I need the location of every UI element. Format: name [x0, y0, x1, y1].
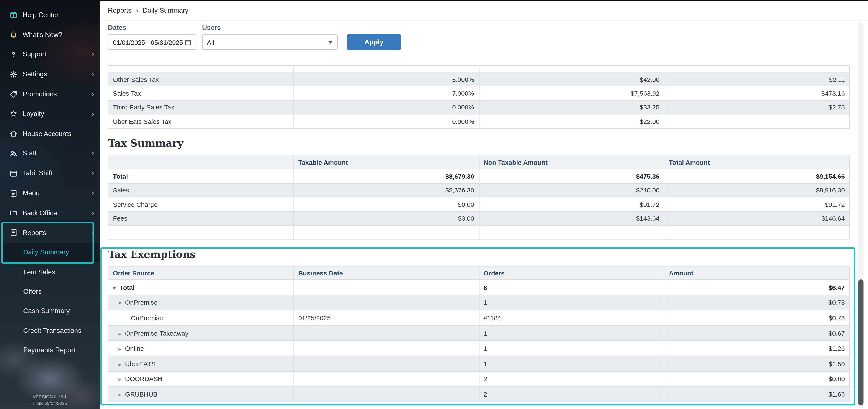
column-header: Order Source — [108, 266, 293, 279]
table-cell: $0.00 — [293, 197, 479, 211]
column-header — [108, 155, 293, 169]
table-cell: 5.000% — [293, 72, 479, 86]
row-label-cell: Service Charge — [108, 197, 293, 211]
chevron-right-icon: › — [91, 189, 94, 197]
table-row: Total$8,679.30$475.36$9,154.66 — [108, 169, 849, 183]
sidebar-item-item-sales[interactable]: Item Sales — [0, 262, 100, 282]
apply-button[interactable]: Apply — [347, 34, 401, 50]
sidebar-item-daily-summary[interactable]: Daily Summary — [0, 243, 100, 262]
sidebar-item-back-office[interactable]: Back Office› — [0, 203, 100, 223]
chevron-right-icon: › — [91, 150, 94, 158]
breadcrumb-separator-icon: › — [136, 6, 138, 14]
menu-book-icon — [9, 189, 18, 198]
amount-cell: $1.66 — [664, 386, 849, 402]
sidebar-item-menu[interactable]: Menu› — [0, 183, 100, 203]
orders-cell: 1 — [479, 356, 664, 371]
chevron-right-icon: › — [91, 209, 94, 217]
version-text: VERSION 8.18.1 — [0, 394, 100, 400]
folder-icon — [9, 208, 18, 217]
table-row: Service Charge$0.00$91.72$91.72 — [108, 197, 849, 211]
breadcrumb-reports-link[interactable]: Reports — [108, 6, 132, 14]
table-cell — [664, 114, 849, 128]
caret-right-icon[interactable]: ▸ — [118, 346, 125, 352]
sidebar-item-label: Promotions — [23, 90, 91, 98]
caret-right-icon[interactable]: ▸ — [118, 391, 125, 398]
business-date-cell — [293, 295, 479, 310]
table-cell: $2.75 — [664, 100, 849, 114]
order-source-cell: ▸GRUBHUB — [108, 386, 293, 402]
table-cell: Uber Eats Sales Tax — [108, 114, 293, 128]
table-row: ▸GRUBHUB2$1.66 — [108, 386, 849, 402]
table-cell: $2.11 — [664, 72, 849, 86]
calendar-icon — [184, 38, 191, 45]
app-window: Help CenterWhat's New?Support›Settings›P… — [0, 0, 868, 409]
sidebar-item-staff[interactable]: Staff› — [0, 144, 100, 163]
scrollbar-thumb[interactable] — [858, 279, 864, 405]
table-cell: 0.000% — [293, 100, 479, 114]
sidebar-item-help-center[interactable]: Help Center — [0, 5, 100, 25]
date-range-input[interactable]: 01/01/2025 - 05/31/2025 — [108, 34, 197, 50]
order-source-label: UberEATS — [125, 360, 155, 367]
sidebar-item-what-s-new[interactable]: What's New? — [0, 25, 100, 44]
sidebar-item-offers[interactable]: Offers — [0, 282, 100, 301]
people-icon — [9, 149, 18, 158]
sidebar-nav: Help CenterWhat's New?Support›Settings›P… — [0, 0, 100, 243]
date-range-value: 01/01/2025 - 05/31/2025 — [113, 38, 183, 45]
tax-summary-table: Taxable AmountNon Taxable AmountTotal Am… — [108, 155, 850, 240]
caret-right-icon[interactable]: ▸ — [118, 361, 125, 367]
amount-cell: $6.47 — [664, 279, 849, 295]
caret-right-icon[interactable]: ▸ — [118, 376, 125, 382]
table-cell: $473.16 — [664, 86, 849, 100]
table-cell: $42.00 — [479, 72, 664, 86]
reports-submenu: Daily SummaryItem SalesOffersCash Summar… — [0, 243, 100, 360]
users-select-value: All — [207, 38, 214, 45]
sidebar-item-cash-summary[interactable]: Cash Summary — [0, 301, 100, 321]
calendar-icon — [9, 169, 18, 178]
tax-rates-table: Other Sales Tax5.000%$42.00$2.11Sales Ta… — [108, 65, 850, 129]
table-row: ▸UberEATS1$1.50 — [108, 356, 849, 371]
sidebar-item-tabit-shift[interactable]: Tabit Shift› — [0, 163, 100, 183]
order-source-cell: ▾OnPremise — [108, 295, 293, 310]
amount-cell: $0.78 — [664, 295, 849, 310]
order-source-label: GRUBHUB — [125, 390, 157, 398]
business-date-cell: 01/25/2025 — [293, 310, 479, 326]
sidebar-item-promotions[interactable]: Promotions› — [0, 84, 100, 104]
table-cell: $143.64 — [479, 211, 664, 225]
order-source-label: Total — [120, 284, 135, 291]
caret-right-icon[interactable]: ▸ — [118, 331, 125, 337]
users-select[interactable]: All — [202, 34, 338, 50]
help-box-icon — [9, 10, 18, 20]
sidebar-item-loyalty[interactable]: Loyalty› — [0, 104, 100, 124]
caret-down-icon[interactable]: ▾ — [113, 285, 120, 291]
table-cell — [108, 66, 293, 72]
tag-icon — [9, 90, 18, 99]
table-cell: $91.72 — [664, 197, 849, 211]
sidebar-item-house-accounts[interactable]: House Accounts — [0, 124, 100, 144]
row-label-cell: Sales — [108, 183, 293, 197]
table-row: ▾OnPremise1$0.78 — [108, 295, 849, 310]
table-cell: $9,154.66 — [664, 169, 849, 183]
orders-cell: 8 — [479, 279, 664, 295]
table-cell: $475.36 — [479, 169, 664, 183]
orders-cell: 1 — [479, 326, 664, 341]
sidebar-item-support[interactable]: Support› — [0, 44, 100, 64]
amount-cell: $1.50 — [664, 356, 849, 371]
sidebar-item-credit-transactions[interactable]: Credit Transactions — [0, 321, 100, 340]
users-label: Users — [202, 24, 221, 32]
table-cell: 7.000% — [293, 86, 479, 100]
table-row: Third Party Sales Tax0.000%$33.25$2.75 — [108, 100, 849, 114]
table-row: Fees$3.00$143.64$146.64 — [108, 211, 849, 225]
row-label-cell — [108, 225, 293, 239]
table-cell: $8,916.30 — [664, 183, 849, 197]
sidebar-item-settings[interactable]: Settings› — [0, 64, 100, 84]
sidebar-item-payments-report[interactable]: Payments Report — [0, 340, 100, 360]
row-label-cell: Total — [108, 169, 293, 183]
caret-down-icon[interactable]: ▾ — [118, 300, 125, 306]
column-header: Non Taxable Amount — [479, 155, 664, 169]
business-date-cell — [293, 341, 479, 356]
version-info: VERSION 8.18.1 TIME 05/04/2025 — [0, 394, 100, 407]
sidebar-item-reports[interactable]: Reports› — [0, 223, 100, 243]
table-header-row: Order SourceBusiness DateOrdersAmount — [108, 266, 849, 279]
report-doc-icon — [9, 228, 18, 237]
order-source-cell: ▸DOORDASH — [108, 371, 293, 386]
